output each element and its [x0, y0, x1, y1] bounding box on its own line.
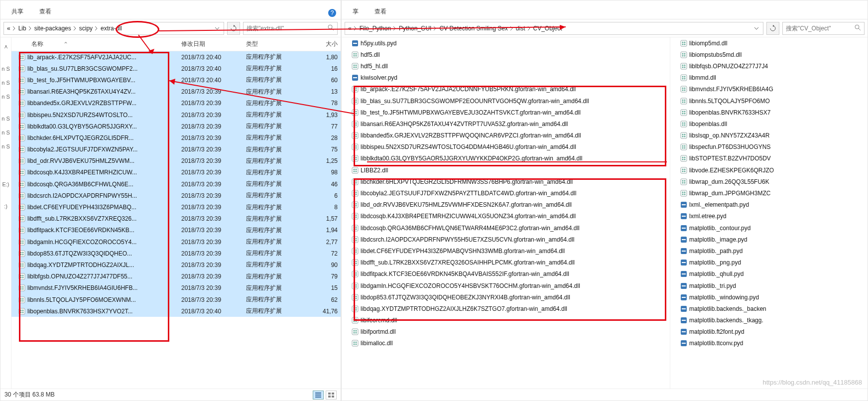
- file-row[interactable]: libifportmd.dll: [342, 326, 670, 338]
- breadcrumb[interactable]: « File_Python Python_GUI CV Detection Sm…: [345, 22, 763, 35]
- file-row[interactable]: hdf5.dll: [342, 49, 670, 60]
- file-row[interactable]: libblkdta00.G3LQYBY5GAOR5JJGRXY...2018/7…: [11, 121, 341, 132]
- tab-view[interactable]: 查看: [31, 4, 59, 19]
- file-row[interactable]: matplotlib.ttconv.pyd: [670, 338, 868, 349]
- file-row[interactable]: libansari.R6EA3HQP5KZ6TAXU4Y4ZVTRPT7UVA5…: [342, 118, 670, 130]
- breadcrumb-dropdown[interactable]: [752, 26, 761, 31]
- bc-pythongui[interactable]: Python_GUI: [398, 25, 432, 32]
- file-row[interactable]: libdet.CF6EYFUDEYPH43I3Z6PMABQ...2018/7/…: [11, 201, 341, 213]
- file-row[interactable]: libiompstubs5md.dll: [670, 49, 868, 60]
- file-row[interactable]: libdop853.6TJTQZW3I3Q3QIDQHEO...2018/7/3…: [11, 248, 341, 259]
- file-row[interactable]: libopenblas.BNVRK7633HSX7: [670, 107, 868, 118]
- bc-overflow[interactable]: «: [6, 25, 11, 32]
- file-row[interactable]: lxml._elementpath.pyd: [670, 199, 868, 211]
- file-row[interactable]: matplotlib._qhull.pyd: [670, 268, 868, 280]
- file-row[interactable]: libwrap_dum.26QQ3L55FU6K: [670, 176, 868, 187]
- bc-cvdetect[interactable]: CV Detection Smiling Sex: [438, 25, 508, 32]
- file-row[interactable]: libifcoremd.dll: [342, 315, 670, 326]
- file-row[interactable]: libchkder.6HLXPVTQJEGRZGLI5DFR...2018/7/…: [11, 132, 341, 143]
- file-row[interactable]: libdgamln.HCGQFIEXCOZOROCO5Y4...2018/7/3…: [11, 236, 341, 248]
- file-row[interactable]: liblbfgsb.OPNUZO4Z277J7J477DF55...2018/7…: [11, 271, 341, 282]
- file-row[interactable]: libspecfun.PT6DS3HUOGYNS: [670, 141, 868, 153]
- tab-share[interactable]: 共享: [3, 4, 31, 19]
- file-row[interactable]: lib_blas_su.SU77LBR3GCSGWOMPF2...2018/7/…: [11, 63, 341, 74]
- col-type[interactable]: 类型: [246, 40, 311, 48]
- file-row[interactable]: libopenblas.dll: [670, 118, 868, 130]
- file-row[interactable]: libwrap_dum.JPPGMGH3MZC: [670, 187, 868, 199]
- file-row[interactable]: libdcosqb.QRGA36MB6CFHWLQN6ETWARR4M4E6P3…: [342, 222, 670, 234]
- file-row[interactable]: lib_blas_su.SU77LBR3GCSGWOMPF2EOOUNRTVGO…: [342, 95, 670, 107]
- col-name[interactable]: 名称⌃: [31, 40, 181, 48]
- search-box[interactable]: [243, 22, 338, 35]
- col-date[interactable]: 修改日期: [181, 40, 246, 48]
- file-row[interactable]: matplotlib.backends._backen: [670, 303, 868, 314]
- file-row[interactable]: matplotlib.backends._tkagg.: [670, 315, 868, 326]
- file-row[interactable]: libslsqp_op.NNY57ZXZ43A4R: [670, 130, 868, 141]
- file-row[interactable]: libblkdta00.G3LQYBY5GAOR5JJGRXYUWYKKDP4O…: [342, 153, 670, 164]
- help-icon[interactable]: ?: [320, 5, 336, 14]
- file-row[interactable]: matplotlib._contour.pyd: [670, 222, 868, 234]
- search-icon[interactable]: [854, 24, 861, 32]
- file-row[interactable]: libdet.CF6EYFUDEYPH43I3Z6PMABQVSHN33WMB.…: [342, 245, 670, 257]
- file-row[interactable]: libdcsrch.I2AOPDCXAPDRFNPWY55H...2018/7/…: [11, 190, 341, 201]
- file-row[interactable]: lib_arpack-.E27K2SF75AFV2JAJA2UC...2018/…: [11, 51, 341, 63]
- file-row[interactable]: LIBBZ2.dll: [342, 164, 670, 176]
- file-row[interactable]: libSTOPTEST.B2ZVH7DO5DV: [670, 153, 868, 164]
- bc-sitepkg[interactable]: site-packages: [33, 25, 72, 32]
- file-row[interactable]: libmvndst.FJYIV5KRHEB6IA4GIU6HFB...2018/…: [11, 282, 341, 294]
- breadcrumb-dropdown[interactable]: [213, 26, 222, 31]
- file-row[interactable]: libdfft_sub.L7RK2BXXS6VZ7XREQ326...2018/…: [11, 213, 341, 225]
- file-row[interactable]: lib_arpack-.E27K2SF75AFV2JAJA2UCDNNFYUB5…: [342, 84, 670, 95]
- file-row[interactable]: libdcosqb.K4J3XBR4PEETMRHZICUW...2018/7/…: [11, 167, 341, 178]
- file-row[interactable]: libmvndst.FJYIV5KRHEB6IA4G: [670, 84, 868, 95]
- breadcrumb[interactable]: « Lib site-packages scipy extra-dll: [3, 22, 224, 35]
- bc-lib[interactable]: Lib: [17, 25, 27, 32]
- file-row[interactable]: libchkder.6HLXPVTQJEGRZGLI5DFRMNW3SS76BH…: [342, 176, 670, 187]
- file-row[interactable]: libnnls.5LTQOLAJY5PFO6MO: [670, 95, 868, 107]
- bc-extradll[interactable]: extra-dll: [100, 25, 123, 32]
- file-row[interactable]: libbanded5x.GRJEXVLV2RZBSTTPFWQOQINCAR6V…: [342, 130, 670, 141]
- file-row[interactable]: libopenblas.BNVRK7633HSX7YVO2T...2018/7/…: [11, 305, 341, 317]
- file-row[interactable]: hdf5_hl.dll: [342, 60, 670, 72]
- file-row[interactable]: libbispeu.5N2XSD7URZS4WTOSLTOG4DDMA4HGB4…: [342, 141, 670, 153]
- tab-share[interactable]: 享: [345, 4, 367, 19]
- file-row[interactable]: h5py.utils.pyd: [342, 37, 670, 49]
- view-icons-button[interactable]: [326, 391, 337, 400]
- file-row[interactable]: libdop853.6TJTQZW3I3Q3QIDQHEOBEZKJ3NYRXI…: [342, 291, 670, 303]
- bc-dist[interactable]: dist: [515, 25, 526, 32]
- file-row[interactable]: matplotlib._png.pyd: [670, 257, 868, 268]
- file-row[interactable]: libdfitpack.KTCF3EOE66VRDKN45KB...2018/7…: [11, 225, 341, 236]
- view-details-button[interactable]: [313, 391, 324, 400]
- search-icon[interactable]: [327, 24, 334, 32]
- file-row[interactable]: libd_odr.RVVJB6VEKU75HMLZ5VWMHFXDESN2K6A…: [342, 199, 670, 211]
- file-row[interactable]: libvode.EZHESKPEGK6QRJZO: [670, 164, 868, 176]
- file-row[interactable]: matplotlib._path.pyd: [670, 245, 868, 257]
- file-row[interactable]: libdgamln.HCGQFIEXCOZOROCO5Y4HSBVSKT76OC…: [342, 280, 670, 291]
- file-row[interactable]: libbispeu.5N2XSD7URZS4WTOSLTO...2018/7/3…: [11, 109, 341, 121]
- file-row[interactable]: libdqag.XYDTZMPTRTODHGZ2AIXJLHZ6K7SZTGO7…: [342, 303, 670, 314]
- file-row[interactable]: lib_test_fo.JF5HTWMUPBXWGAYEBVEJU3OZAHTS…: [342, 107, 670, 118]
- search-input[interactable]: [786, 25, 854, 32]
- file-row[interactable]: libbanded5x.GRJEXVLV2RZBSTTPFW...2018/7/…: [11, 98, 341, 109]
- search-input[interactable]: [247, 25, 327, 32]
- file-row[interactable]: libdcsrch.I2AOPDCXAPDRFNPWY55H5UE7XZSU5C…: [342, 234, 670, 245]
- file-row[interactable]: libiomp5md.dll: [670, 37, 868, 49]
- file-row[interactable]: kiwisolver.pyd: [342, 72, 670, 84]
- file-row[interactable]: libdcosqb.K4J3XBR4PEETMRHZICUWW4LXG5UONZ…: [342, 211, 670, 222]
- file-row[interactable]: libdcosqb.QRGA36MB6CFHWLQN6E...2018/7/3 …: [11, 178, 341, 190]
- file-row[interactable]: libansari.R6EA3HQP5KZ6TAXU4Y4ZV...2018/7…: [11, 86, 341, 98]
- file-row[interactable]: libdfitpack.KTCF3EOE66VRDKN45KBQA4VBAIS5…: [342, 268, 670, 280]
- bc-scipy[interactable]: scipy: [78, 25, 94, 32]
- file-row[interactable]: matplotlib._image.pyd: [670, 234, 868, 245]
- file-row[interactable]: libcobyla2.JEGTSUUFJ7DFXWZN5PAYZTTLBDATC…: [342, 187, 670, 199]
- col-size[interactable]: 大小: [311, 40, 341, 48]
- file-row[interactable]: matplotlib._tri.pyd: [670, 280, 868, 291]
- refresh-button[interactable]: [766, 22, 779, 35]
- file-row[interactable]: libdqag.XYDTZMPTRTODHGZ2AIXJL...2018/7/3…: [11, 259, 341, 270]
- file-row[interactable]: libdfft_sub.L7RK2BXXS6VZ7XREQ326OSAIHHPL…: [342, 257, 670, 268]
- file-row[interactable]: libimalloc.dll: [342, 338, 670, 349]
- file-row[interactable]: libmmd.dll: [670, 72, 868, 84]
- refresh-button[interactable]: [227, 22, 240, 35]
- file-row[interactable]: matplotlib.ft2font.pyd: [670, 326, 868, 338]
- file-row[interactable]: lib_test_fo.JF5HTWMUPBXWGAYEBV...2018/7/…: [11, 74, 341, 86]
